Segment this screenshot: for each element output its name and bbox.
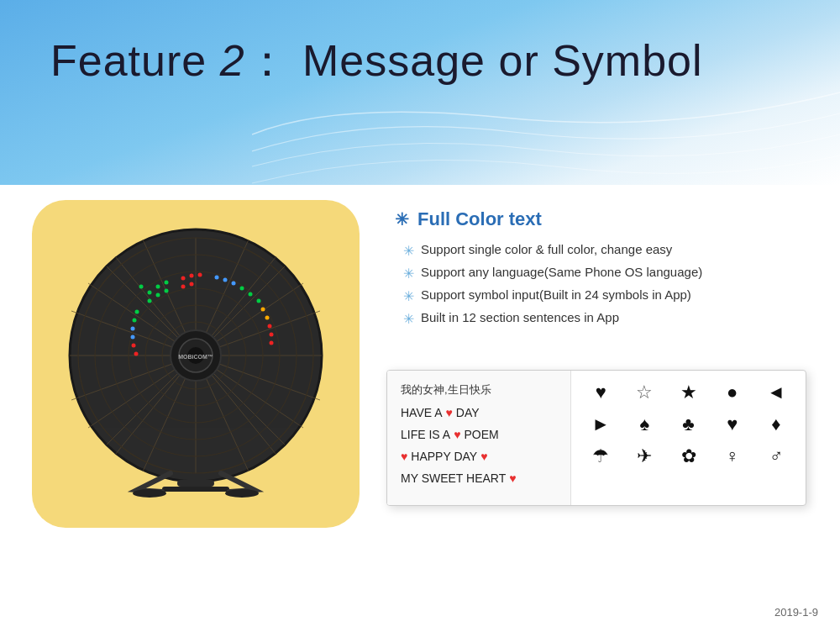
msg-have-a-text: HAVE A [401,406,443,419]
message-card: 我的女神,生日快乐 HAVE A ♥ DAY LIFE IS A ♥ POEM … [386,370,806,506]
svg-point-29 [198,273,202,277]
svg-point-43 [135,310,139,314]
slide-title: Feature 2： Message or Symbol [50,32,703,91]
symbol-female: ♀ [713,443,752,470]
svg-point-48 [134,352,139,356]
fan-image: MOBiCOM™ [53,221,339,507]
svg-point-36 [249,292,253,297]
msg-heart-1: ♥ [446,406,453,419]
features-section: ✳ Full Color text ✳ Support single color… [395,208,815,333]
svg-point-31 [190,282,194,287]
svg-point-26 [139,285,144,289]
fan-svg: MOBiCOM™ [53,221,339,507]
fan-image-container: MOBiCOM™ [32,200,360,528]
symbol-heart-filled: ♥ [581,379,620,406]
symbol-star-outline: ☆ [625,379,664,406]
symbols-grid: ♥ ☆ ★ ● ◄ ► ♠ ♣ ♥ ♦ ☂ ✈ ✿ ♀ ♂ [571,371,806,505]
svg-point-47 [132,344,136,348]
symbol-airplane: ✈ [625,443,664,470]
svg-point-24 [156,293,160,298]
bullet-item-1: ✳ Support single color & full color, cha… [403,242,815,259]
svg-point-23 [148,299,152,303]
bullet-text-2: Support any language(Same Phone OS langu… [421,265,702,279]
bullet-asterisk-1: ✳ [403,243,414,259]
bullet-item-4: ✳ Built in 12 section sentences in App [403,310,815,327]
symbol-spade: ♠ [625,411,664,438]
msg-chinese-text: 我的女神,生日快乐 [401,382,491,398]
msg-heart-4: ♥ [480,450,487,463]
svg-point-46 [131,335,135,340]
title-num: 2 [220,36,245,85]
title-suffix: ： Message or Symbol [245,36,703,85]
msg-sweet-text: MY SWEET HEART [401,471,506,485]
symbol-triangle-left: ◄ [757,379,795,406]
bullet-asterisk-4: ✳ [403,311,414,327]
svg-point-55 [225,489,259,498]
title-prefix: Feature [50,36,220,85]
header-background [0,0,840,185]
feature-main-label: Full Color text [417,208,542,230]
svg-point-40 [268,324,272,329]
msg-heart-5: ♥ [509,471,516,485]
bullet-text-1: Support single color & full color, chang… [421,242,672,256]
svg-point-30 [181,285,186,289]
feature-bullet-list: ✳ Support single color & full color, cha… [395,242,815,327]
svg-point-45 [131,327,135,331]
svg-point-20 [148,291,152,295]
bullet-item-3: ✳ Support symbol input(Built in 24 symbo… [403,287,815,304]
svg-point-32 [215,276,219,280]
svg-point-42 [270,341,274,345]
svg-point-28 [190,274,194,278]
msg-line-life-is-a-poem: LIFE IS A ♥ POEM [401,428,557,441]
svg-point-35 [240,287,244,291]
date-label: 2019-1-9 [774,606,818,619]
symbol-male: ♂ [757,443,795,470]
svg-rect-53 [162,487,229,492]
symbol-diamond: ♦ [757,411,795,438]
bullet-asterisk-main: ✳ [395,209,409,229]
msg-line-happy-day: ♥ HAPPY DAY ♥ [401,450,557,463]
msg-poem-text: POEM [464,428,498,441]
svg-point-27 [181,276,186,281]
msg-line-sweet-heart: MY SWEET HEART ♥ [401,471,557,485]
bullet-text-3: Support symbol input(Built in 24 symbols… [421,287,691,302]
symbol-umbrella: ☂ [581,443,620,470]
fan-brand-text: MOBiCOM™ [178,354,213,360]
symbol-sun: ✿ [669,443,707,470]
svg-point-44 [133,319,137,323]
msg-heart-2: ♥ [454,428,460,441]
bullet-item-2: ✳ Support any language(Same Phone OS lan… [403,265,815,282]
svg-point-34 [232,282,236,286]
symbol-circle-filled: ● [713,379,752,406]
bullet-text-4: Built in 12 section sentences in App [421,310,619,324]
msg-line-chinese: 我的女神,生日快乐 [401,382,557,398]
svg-point-25 [165,289,169,293]
symbol-triangle-right: ► [581,411,620,438]
msg-life-text: LIFE IS A [401,428,450,441]
svg-point-22 [165,281,169,285]
message-examples: 我的女神,生日快乐 HAVE A ♥ DAY LIFE IS A ♥ POEM … [387,371,571,505]
msg-heart-3: ♥ [401,450,407,463]
svg-point-39 [265,316,270,320]
svg-point-37 [257,299,261,303]
msg-line-have-a-day: HAVE A ♥ DAY [401,406,557,419]
svg-point-41 [270,333,274,337]
svg-point-21 [156,285,160,289]
msg-happy-text: HAPPY DAY [411,450,477,463]
svg-rect-52 [177,480,214,487]
bullet-asterisk-3: ✳ [403,288,414,304]
symbol-club: ♣ [669,411,707,438]
svg-point-54 [133,489,166,498]
msg-day-text: DAY [456,406,480,419]
feature-title: ✳ Full Color text [395,208,815,230]
symbol-star-filled: ★ [669,379,707,406]
symbol-heart-2: ♥ [713,411,752,438]
bullet-asterisk-2: ✳ [403,266,414,282]
svg-point-33 [223,278,228,282]
svg-point-38 [261,308,265,312]
